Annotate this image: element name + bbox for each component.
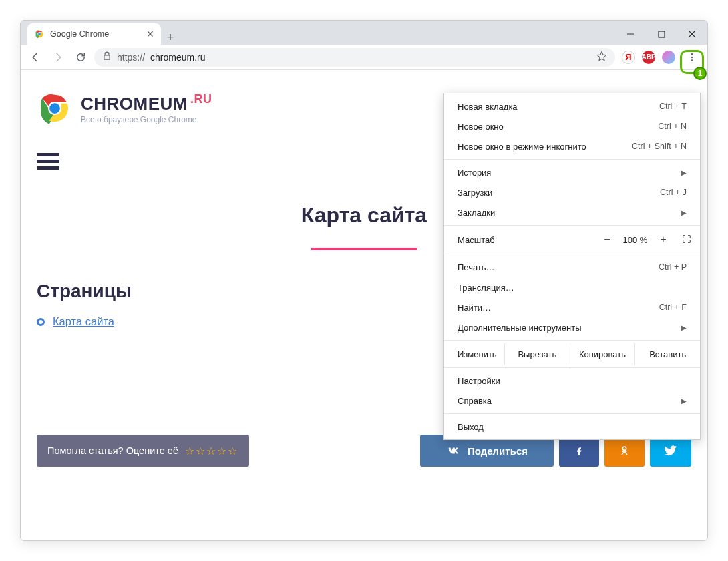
bookmark-star-icon[interactable]	[596, 51, 607, 63]
menu-separator	[444, 367, 700, 368]
menu-settings[interactable]: Настройки	[444, 371, 700, 391]
menu-find[interactable]: Найти…Ctrl + F	[444, 297, 700, 317]
menu-copy[interactable]: Копировать	[570, 343, 635, 365]
browser-window: Google Chrome ✕ + https://chromeum.ru Я …	[20, 20, 708, 541]
svg-point-9	[691, 59, 693, 61]
menu-cast[interactable]: Трансляция…	[444, 277, 700, 297]
url-scheme: https://	[117, 52, 145, 63]
menu-bookmarks[interactable]: Закладки▶	[444, 202, 700, 222]
yandex-extension-icon[interactable]: Я	[622, 51, 635, 64]
svg-rect-4	[659, 31, 665, 37]
menu-history[interactable]: История▶	[444, 162, 700, 182]
zoom-out-button[interactable]: −	[596, 230, 618, 249]
svg-point-7	[691, 53, 693, 55]
hamburger-menu-icon[interactable]	[37, 153, 59, 170]
bullet-icon	[37, 318, 45, 326]
lock-icon	[102, 51, 112, 63]
site-name: CHROMEUM.RU	[81, 92, 212, 114]
menu-new-tab[interactable]: Новая вкладкаCtrl + T	[444, 96, 700, 116]
toolbar: https://chromeum.ru Я ABP	[21, 45, 707, 70]
share-vk-label: Поделиться	[468, 445, 528, 457]
chrome-logo-icon	[37, 90, 73, 126]
forward-button[interactable]	[49, 48, 67, 67]
zoom-in-button[interactable]: +	[652, 230, 675, 249]
twitter-icon	[663, 443, 678, 458]
chevron-right-icon: ▶	[681, 209, 687, 216]
vk-icon	[446, 443, 461, 458]
window-controls	[615, 23, 707, 45]
tab-close-icon[interactable]: ✕	[146, 29, 154, 39]
sitemap-link[interactable]: Карта сайта	[53, 315, 114, 328]
svg-point-13	[622, 447, 626, 450]
chevron-right-icon: ▶	[681, 169, 687, 176]
menu-separator	[444, 340, 700, 341]
menu-downloads[interactable]: ЗагрузкиCtrl + J	[444, 182, 700, 202]
menu-cut[interactable]: Вырезать	[504, 343, 570, 365]
menu-incognito[interactable]: Новое окно в режиме инкогнитоCtrl + Shif…	[444, 136, 700, 156]
menu-edit-row: Изменить Вырезать Копировать Вставить	[444, 343, 700, 365]
menu-separator	[444, 159, 700, 160]
url-host: chromeum.ru	[150, 52, 205, 63]
zoom-value: 100 %	[618, 235, 652, 245]
back-button[interactable]	[26, 48, 45, 67]
close-window-button[interactable]	[677, 23, 707, 45]
menu-separator	[444, 225, 700, 226]
rating-stars-icon[interactable]: ☆☆☆☆☆	[185, 445, 238, 457]
chrome-menu-button[interactable]	[682, 47, 702, 67]
menu-paste[interactable]: Вставить	[634, 343, 700, 365]
chevron-right-icon: ▶	[681, 397, 687, 405]
titlebar: Google Chrome ✕ +	[21, 21, 707, 45]
menu-separator	[444, 254, 700, 254]
fullscreen-icon[interactable]	[681, 234, 692, 246]
adblock-extension-icon[interactable]: ABP	[642, 51, 655, 64]
svg-point-8	[691, 56, 693, 58]
site-subtitle: Все о браузере Google Chrome	[81, 115, 212, 124]
heading-underline	[311, 248, 417, 250]
chrome-favicon-icon	[34, 29, 45, 39]
menu-print[interactable]: Печать…Ctrl + P	[444, 257, 700, 277]
menu-edit-label: Изменить	[444, 343, 504, 365]
menu-more-tools[interactable]: Дополнительные инструменты▶	[444, 317, 700, 337]
chevron-right-icon: ▶	[681, 324, 687, 331]
menu-new-window[interactable]: Новое окноCtrl + N	[444, 116, 700, 136]
menu-separator	[444, 413, 700, 414]
maximize-button[interactable]	[646, 23, 677, 45]
chrome-main-menu: Новая вкладкаCtrl + T Новое окноCtrl + N…	[443, 93, 701, 440]
rate-prompt: Помогла статья? Оцените её	[47, 445, 178, 456]
address-bar[interactable]: https://chromeum.ru	[94, 48, 615, 67]
rate-article-box[interactable]: Помогла статья? Оцените её ☆☆☆☆☆	[37, 435, 249, 467]
tab-title: Google Chrome	[50, 29, 109, 39]
extension-icons: Я ABP	[619, 51, 678, 64]
facebook-icon	[574, 443, 584, 458]
reload-button[interactable]	[71, 48, 90, 67]
odnoklassniki-icon	[619, 443, 630, 458]
minimize-button[interactable]	[615, 23, 646, 45]
new-tab-button[interactable]: +	[161, 31, 180, 45]
browser-tab[interactable]: Google Chrome ✕	[27, 23, 161, 45]
menu-zoom: Масштаб − 100 % +	[444, 228, 700, 251]
menu-help[interactable]: Справка▶	[444, 391, 700, 411]
profile-avatar-icon[interactable]	[662, 51, 675, 64]
menu-exit[interactable]: Выход	[444, 417, 700, 437]
